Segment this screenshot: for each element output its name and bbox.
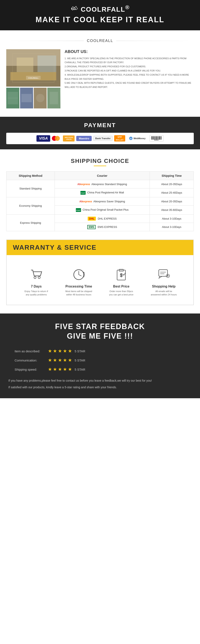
rating-communication-label: Communication:: [15, 358, 48, 362]
courier-ems-name: EMS EXPRESS: [98, 226, 117, 228]
yellow-underline: [94, 166, 106, 166]
payment-bank-transfer: Bank Transfer: [93, 136, 112, 141]
price-svg: $: [115, 268, 128, 282]
payment-webmoney: W WebMoney: [127, 136, 148, 141]
star-4: ★: [63, 348, 67, 354]
star-5: ★: [68, 348, 72, 354]
rating-shipping-stars: ★ ★ ★ ★ ★: [48, 367, 72, 372]
small-image-3: [34, 88, 47, 108]
courier-ali-economy: Aliexpress Aliexpress Saver Shipping: [55, 197, 150, 206]
rating-shipping-value: 5 STAR: [75, 368, 85, 371]
shipping-section-header: SHIPPING CHOICE: [6, 158, 194, 166]
svg-rect-33: [161, 136, 161, 140]
feedback-section: FIVE STAR FEEDBACK GIVE ME FIVE !!! Item…: [0, 314, 200, 398]
svg-rect-25: [154, 136, 155, 140]
header-tagline: MAKE IT COOL KEEP IT REALL: [0, 15, 200, 24]
small-image-4: [47, 88, 60, 108]
rating-row-shipping: Shipping speed: ★ ★ ★ ★ ★ 5 STAR: [8, 367, 192, 372]
company-main-image: COOLREALL: [6, 49, 60, 87]
table-row: Economy Shipping Aliexpress Aliexpress S…: [7, 197, 194, 206]
payment-qiwi: QIWI WALLET: [114, 135, 125, 142]
clock-icon: [71, 268, 86, 282]
warranty-section: WARRANTY & SERVICE 7 Days Enjoy 7days to…: [0, 240, 200, 314]
time-post-standard: About 25-40Days: [150, 188, 193, 197]
shipping-section: SHIPPING CHOICE Shipping Method Courier …: [0, 149, 200, 240]
feedback-text-1: If you have any problems,please feel fre…: [8, 378, 192, 383]
svg-text:COOLREALL: COOLREALL: [28, 77, 39, 79]
warranty-7days-title: 7 Days: [15, 284, 57, 288]
star-2: ★: [53, 367, 57, 372]
feedback-footer-text: If you have any problems,please feel fre…: [8, 378, 192, 390]
payment-visa: VISA: [36, 135, 50, 142]
table-header-row: Shipping Method Courier Shipping Time: [7, 172, 194, 180]
star-2: ★: [53, 348, 57, 354]
svg-rect-29: [157, 136, 158, 140]
rating-communication-value: 5 STAR: [75, 358, 85, 362]
ems-logo-badge: EMS: [87, 225, 96, 229]
svg-text:$: $: [120, 272, 122, 278]
warranty-content: 7 Days Enjoy 7days to return if any qual…: [7, 261, 193, 305]
payment-boletol: Boletol: [149, 135, 164, 142]
logo-text: COOLRFALL®: [81, 4, 130, 13]
company-image-svg: COOLREALL: [6, 49, 60, 87]
star-1: ★: [48, 348, 52, 354]
col-method: Shipping Method: [7, 172, 55, 180]
courier-dhl: DHL DHL EXPRESS: [55, 214, 150, 223]
help-svg: [157, 268, 171, 282]
price-icon: $: [114, 268, 129, 282]
warranty-item-help: Shopping Help All emails will be answere…: [143, 268, 185, 296]
warranty-icons-row: 7 Days Enjoy 7days to return if any qual…: [11, 268, 189, 296]
svg-rect-30: [158, 136, 159, 140]
star-5: ★: [68, 367, 72, 372]
rating-communication-stars: ★ ★ ★ ★ ★: [48, 358, 72, 363]
time-post-economy: About 35-60Days: [150, 206, 193, 214]
warranty-item-7days: 7 Days Enjoy 7days to return if any qual…: [15, 268, 57, 296]
star-1: ★: [48, 367, 52, 372]
small-images-row: [6, 88, 60, 108]
warranty-header: WARRANTY & SERVICE: [7, 240, 193, 255]
post-logo-icon-2: POST: [76, 208, 81, 212]
header-section: COOLRFALL® MAKE IT COOL KEEP IT REALL: [0, 0, 200, 30]
aliexpress-logo-2: Aliexpress: [79, 200, 92, 203]
svg-text:W: W: [130, 138, 132, 140]
feedback-title: FIVE STAR FEEDBACK GIVE ME FIVE !!!: [8, 322, 192, 341]
warranty-title: WARRANTY & SERVICE: [13, 244, 96, 251]
svg-rect-22: [152, 136, 152, 140]
payment-methods-bar: VISA WESTERNUNION Maestro Bank Transfer …: [6, 133, 194, 144]
courier-post-standard: POST China Post Registered Air Mail: [55, 188, 150, 197]
courier-post-economy-name: China Post Original Small Packet Plus: [83, 208, 129, 211]
method-express: Express Shipping: [7, 214, 55, 231]
svg-rect-27: [156, 136, 156, 140]
svg-rect-28: [157, 136, 157, 140]
feedback-text-2: If satisfied with our products, kindly l…: [8, 385, 192, 390]
svg-rect-26: [155, 136, 155, 140]
table-row: Standard Shipping Aliexpress Aliexpress …: [7, 180, 194, 188]
time-ems: About 3-10Days: [150, 223, 193, 231]
method-economy: Economy Shipping: [7, 197, 55, 214]
about-text-block: ABOUT US: 1. WE ARE A FACTORY SPECIALIZI…: [65, 49, 194, 108]
divider-right: [116, 41, 194, 41]
warranty-bestprice-desc: Order more than 50pcs you can get a best…: [108, 290, 135, 296]
warranty-box: WARRANTY & SERVICE 7 Days Enjoy 7days to…: [6, 240, 194, 305]
svg-point-16: [36, 94, 44, 102]
svg-text:POST: POST: [76, 210, 81, 211]
svg-rect-21: [151, 136, 152, 140]
about-images: COOLREALL: [6, 49, 60, 108]
star-4: ★: [63, 367, 67, 372]
star-3: ★: [58, 358, 62, 363]
warranty-help-title: Shopping Help: [143, 284, 185, 288]
cart-icon: [29, 268, 44, 282]
svg-text:POST: POST: [81, 192, 85, 194]
courier-ali-economy-name: Aliexpress Saver Shipping: [93, 200, 125, 203]
table-row: Express Shipping DHL DHL EXPRESS About 3…: [7, 214, 194, 223]
logo-reg: ®: [125, 4, 130, 10]
method-standard: Standard Shipping: [7, 180, 55, 197]
star-4: ★: [63, 358, 67, 363]
rating-described-label: Item as described:: [15, 350, 48, 353]
star-1: ★: [48, 358, 52, 363]
warranty-processing-desc: Most items will be shipped within 48 bus…: [65, 290, 92, 296]
warranty-7days-desc: Enjoy 7days to return if any quality pro…: [23, 290, 50, 296]
about-body-text: 1. WE ARE A FACTORY SPECIALIZING IN THE …: [65, 56, 194, 89]
svg-rect-6: [17, 58, 33, 72]
about-section-header: COOLREALL: [6, 39, 194, 43]
